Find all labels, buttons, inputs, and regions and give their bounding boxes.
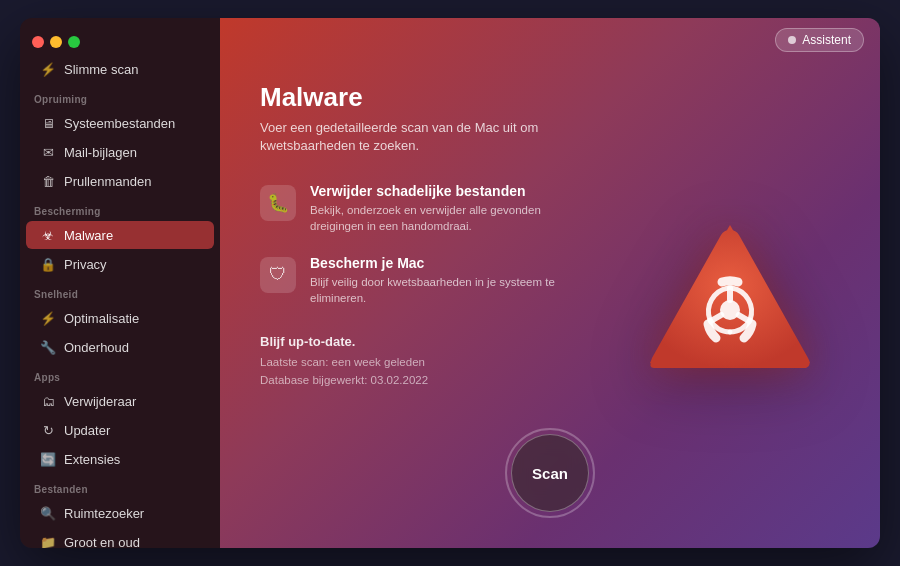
feature-bescherm-desc: Blijf veilig door kwetsbaarheden in je s… xyxy=(310,274,590,306)
sidebar-item-mail-bijlagen[interactable]: ✉Mail-bijlagen xyxy=(26,138,214,166)
feature-verwijder-title: Verwijder schadelijke bestanden xyxy=(310,183,590,199)
sidebar-item-malware[interactable]: ☣Malware xyxy=(26,221,214,249)
sidebar-section-opruiming: Opruiming🖥Systeembestanden✉Mail-bijlagen… xyxy=(20,84,220,195)
sidebar: ⚡ Slimme scan Opruiming🖥Systeembestanden… xyxy=(20,18,220,548)
scan-button-wrap: Scan xyxy=(505,428,595,518)
biohazard-icon-container xyxy=(630,205,830,405)
sidebar-item-label-ruimtezoeker: Ruimtezoeker xyxy=(64,506,144,521)
page-title: Malware xyxy=(260,82,840,113)
sidebar-item-label-malware: Malware xyxy=(64,228,113,243)
sidebar-item-systeembestanden[interactable]: 🖥Systeembestanden xyxy=(26,109,214,137)
sidebar-item-ruimtezoeker[interactable]: 🔍Ruimtezoeker xyxy=(26,499,214,527)
malware-icon: ☣ xyxy=(40,227,56,243)
sidebar-item-prullenmanden[interactable]: 🗑Prullenmanden xyxy=(26,167,214,195)
content-area: Malware Voer een gedetailleerde scan van… xyxy=(220,62,880,548)
feature-bescherm-text: Bescherm je Mac Blijf veilig door kwetsb… xyxy=(310,255,590,306)
sidebar-section-label-opruiming: Opruiming xyxy=(20,84,220,108)
features-list: 🐛 Verwijder schadelijke bestanden Bekijk… xyxy=(260,183,640,305)
sidebar-section-apps: Apps🗂Verwijderaar↻Updater🔄Extensies xyxy=(20,362,220,473)
feature-verwijder: 🐛 Verwijder schadelijke bestanden Bekijk… xyxy=(260,183,640,234)
sidebar-section-bestanden: Bestanden🔍Ruimtezoeker📁Groot en oud📄Vers… xyxy=(20,474,220,548)
assistant-dot xyxy=(788,36,796,44)
sidebar-item-label-systeembestanden: Systeembestanden xyxy=(64,116,175,131)
sidebar-item-label-prullenmanden: Prullenmanden xyxy=(64,174,151,189)
assistant-label: Assistent xyxy=(802,33,851,47)
biohazard-icon xyxy=(630,205,830,405)
slimme-scan-label: Slimme scan xyxy=(64,62,138,77)
ruimtezoeker-icon: 🔍 xyxy=(40,505,56,521)
minimize-button[interactable] xyxy=(50,36,62,48)
sidebar-item-label-verwijderaar: Verwijderaar xyxy=(64,394,136,409)
sidebar-section-label-snelheid: Snelheid xyxy=(20,279,220,303)
systeembestanden-icon: 🖥 xyxy=(40,115,56,131)
sidebar-item-label-optimalisatie: Optimalisatie xyxy=(64,311,139,326)
scan-icon: ⚡ xyxy=(40,61,56,77)
shield-icon: 🛡 xyxy=(269,264,287,285)
sidebar-item-label-groot-en-oud: Groot en oud xyxy=(64,535,140,549)
sidebar-item-groot-en-oud[interactable]: 📁Groot en oud xyxy=(26,528,214,548)
feature-verwijder-text: Verwijder schadelijke bestanden Bekijk, … xyxy=(310,183,590,234)
sidebar-item-slimme-scan[interactable]: ⚡ Slimme scan xyxy=(26,55,214,83)
sidebar-item-label-updater: Updater xyxy=(64,423,110,438)
onderhoud-icon: 🔧 xyxy=(40,339,56,355)
sidebar-item-onderhoud[interactable]: 🔧Onderhoud xyxy=(26,333,214,361)
sidebar-item-label-privacy: Privacy xyxy=(64,257,107,272)
privacy-icon: 🔒 xyxy=(40,256,56,272)
sidebar-item-verwijderaar[interactable]: 🗂Verwijderaar xyxy=(26,387,214,415)
verwijderaar-icon: 🗂 xyxy=(40,393,56,409)
feature-verwijder-icon-wrap: 🐛 xyxy=(260,185,296,221)
mail-bijlagen-icon: ✉ xyxy=(40,144,56,160)
main-content: Assistent Malware Voer een gedetailleerd… xyxy=(220,18,880,548)
updater-icon: ↻ xyxy=(40,422,56,438)
optimalisatie-icon: ⚡ xyxy=(40,310,56,326)
sidebar-section-label-apps: Apps xyxy=(20,362,220,386)
sidebar-item-privacy[interactable]: 🔒Privacy xyxy=(26,250,214,278)
sidebar-section-bescherming: Bescherming☣Malware🔒Privacy xyxy=(20,196,220,278)
close-button[interactable] xyxy=(32,36,44,48)
top-bar: Assistent xyxy=(220,18,880,62)
scan-button[interactable]: Scan xyxy=(511,434,589,512)
feature-bescherm-icon-wrap: 🛡 xyxy=(260,257,296,293)
scan-button-ring: Scan xyxy=(505,428,595,518)
fullscreen-button[interactable] xyxy=(68,36,80,48)
sidebar-item-optimalisatie[interactable]: ⚡Optimalisatie xyxy=(26,304,214,332)
sidebar-item-extensies[interactable]: 🔄Extensies xyxy=(26,445,214,473)
bug-icon: 🐛 xyxy=(267,192,289,214)
page-subtitle: Voer een gedetailleerde scan van de Mac … xyxy=(260,119,580,155)
sidebar-item-label-onderhoud: Onderhoud xyxy=(64,340,129,355)
titlebar xyxy=(20,28,220,54)
sidebar-section-label-bestanden: Bestanden xyxy=(20,474,220,498)
prullenmanden-icon: 🗑 xyxy=(40,173,56,189)
sidebar-section-snelheid: Snelheid⚡Optimalisatie🔧Onderhoud xyxy=(20,279,220,361)
feature-verwijder-desc: Bekijk, onderzoek en verwijder alle gevo… xyxy=(310,202,590,234)
extensies-icon: 🔄 xyxy=(40,451,56,467)
assistant-button[interactable]: Assistent xyxy=(775,28,864,52)
sidebar-item-updater[interactable]: ↻Updater xyxy=(26,416,214,444)
feature-bescherm: 🛡 Bescherm je Mac Blijf veilig door kwet… xyxy=(260,255,640,306)
biohazard-bg xyxy=(630,205,830,405)
sidebar-item-label-extensies: Extensies xyxy=(64,452,120,467)
feature-bescherm-title: Bescherm je Mac xyxy=(310,255,590,271)
sidebar-sections: Opruiming🖥Systeembestanden✉Mail-bijlagen… xyxy=(20,84,220,548)
sidebar-section-label-bescherming: Bescherming xyxy=(20,196,220,220)
groot-en-oud-icon: 📁 xyxy=(40,534,56,548)
app-window: ⚡ Slimme scan Opruiming🖥Systeembestanden… xyxy=(20,18,880,548)
sidebar-item-label-mail-bijlagen: Mail-bijlagen xyxy=(64,145,137,160)
